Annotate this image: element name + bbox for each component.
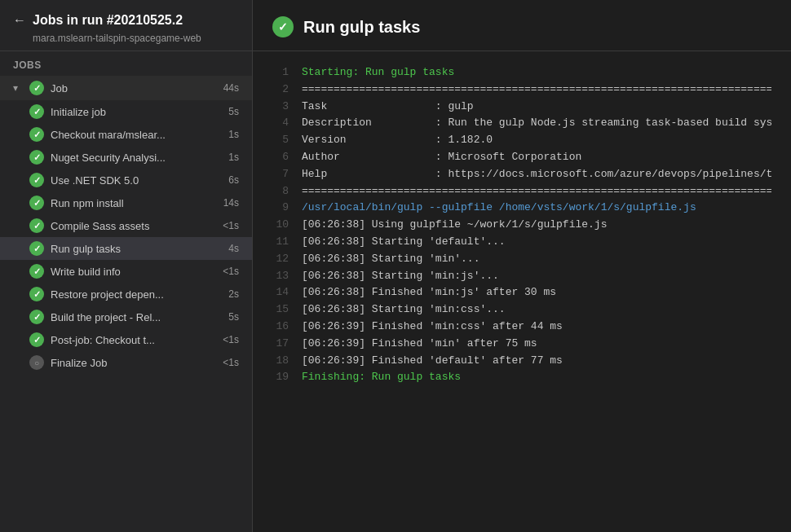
step-time: <1s [214,357,239,368]
log-line-number: 17 [272,336,289,353]
log-line-number: 2 [272,81,289,99]
back-button[interactable]: ← Jobs in run #20210525.2 [13,13,239,28]
log-line: 8=======================================… [272,183,771,200]
log-line: 17[06:26:39] Finished 'min' after 75 ms [272,336,771,353]
step-time: 1s [214,152,239,163]
step-name: Initialize job [51,106,208,118]
log-line-text: Author : Microsoft Corporation [302,149,771,166]
job-status-icon [29,81,44,95]
log-line-number: 9 [272,200,289,217]
log-line-number: 4 [272,115,289,132]
log-line-text: [06:26:38] Using gulpfile ~/work/1/s/gul… [302,217,771,234]
log-line: 19Finishing: Run gulp tasks [272,369,771,386]
log-line-text: [06:26:38] Starting 'default'... [302,234,771,251]
step-time: <1s [214,334,239,345]
step-row[interactable]: Compile Sass assets<1s [0,214,252,237]
log-line: 10[06:26:38] Using gulpfile ~/work/1/s/g… [272,217,771,234]
panel-title: Run gulp tasks [303,18,420,37]
step-name: Finalize Job [51,357,208,369]
log-line-number: 1 [272,64,289,81]
log-line: 4Description : Run the gulp Node.js stre… [272,115,771,132]
log-line: 18[06:26:39] Finished 'default' after 77… [272,353,771,370]
step-row[interactable]: Write build info<1s [0,260,252,283]
step-row[interactable]: Use .NET SDK 5.06s [0,169,252,191]
step-check-icon [29,241,44,256]
step-check-icon [29,173,44,187]
log-line-text: Starting: Run gulp tasks [302,64,771,81]
step-name: Restore project depen... [51,288,208,301]
log-line-number: 5 [272,132,289,149]
main-panel: Run gulp tasks 1Starting: Run gulp tasks… [253,0,791,532]
step-row[interactable]: Build the project - Rel...5s [0,306,252,328]
step-row[interactable]: Run npm install14s [0,191,252,214]
jobs-section-label: Jobs [0,51,252,76]
sidebar-subtitle: mara.mslearn-tailspin-spacegame-web [13,33,239,44]
step-row[interactable]: Nuget Security Analysi...1s [0,146,252,169]
step-time: 5s [214,311,239,323]
log-line: 15[06:26:38] Starting 'min:css'... [272,301,771,319]
log-line: 16[06:26:39] Finished 'min:css' after 44… [272,319,771,336]
log-line-number: 3 [272,99,289,116]
step-row[interactable]: Initialize job5s [0,100,252,123]
log-line-number: 19 [272,369,289,386]
log-line-text: Finishing: Run gulp tasks [302,369,771,386]
step-check-icon [29,310,44,324]
log-line: 13[06:26:38] Starting 'min:js'... [272,268,771,285]
step-name: Run npm install [51,197,208,209]
log-line-number: 7 [272,166,289,183]
log-line-text: [06:26:38] Starting 'min:css'... [302,301,771,319]
step-check-icon [29,264,44,279]
log-line-number: 15 [272,301,289,319]
log-line-number: 14 [272,284,289,301]
step-check-icon [29,150,44,165]
step-name: Post-job: Checkout t... [51,334,208,346]
log-line-text: [06:26:38] Finished 'min:js' after 30 ms [302,284,771,301]
log-line-number: 12 [272,251,289,268]
log-line: 14[06:26:38] Finished 'min:js' after 30 … [272,284,771,301]
log-container[interactable]: 1Starting: Run gulp tasks2==============… [253,51,791,532]
steps-list: Initialize job5sCheckout mara/mslear...1… [0,100,252,374]
back-arrow-icon: ← [13,13,26,28]
step-row[interactable]: Finalize Job<1s [0,351,252,374]
step-name: Write build info [51,266,208,278]
log-line-text: [06:26:38] Starting 'min'... [302,251,771,268]
step-time: 5s [214,106,239,117]
step-row[interactable]: Restore project depen...2s [0,283,252,306]
step-check-icon [29,287,44,301]
log-line: 9/usr/local/bin/gulp --gulpfile /home/vs… [272,200,771,217]
expand-icon: ▾ [13,82,23,94]
step-check-icon [29,196,44,210]
step-name: Compile Sass assets [51,220,208,232]
step-time: 1s [214,129,239,140]
step-row[interactable]: Post-job: Checkout t...<1s [0,328,252,351]
step-check-icon [29,104,44,119]
step-row[interactable]: Run gulp tasks4s [0,237,252,260]
panel-header: Run gulp tasks [253,0,791,51]
step-time: <1s [214,266,239,277]
job-row[interactable]: ▾ Job 44s [0,76,252,100]
log-line: 6Author : Microsoft Corporation [272,149,771,166]
log-line-number: 8 [272,183,289,200]
log-line: 5Version : 1.182.0 [272,132,771,149]
log-line-number: 18 [272,353,289,370]
log-line-number: 6 [272,149,289,166]
step-name: Checkout mara/mslear... [51,129,208,141]
sidebar: ← Jobs in run #20210525.2 mara.mslearn-t… [0,0,253,532]
step-check-icon [29,218,44,233]
job-time: 44s [223,82,239,94]
log-line: 11[06:26:38] Starting 'default'... [272,234,771,251]
log-line-text: Version : 1.182.0 [302,132,771,149]
step-time: 14s [214,197,239,209]
log-line: 12[06:26:38] Starting 'min'... [272,251,771,268]
log-line-text: Help : https://docs.microsoft.com/azure/… [302,166,771,183]
log-line-text: ========================================… [302,183,771,200]
sidebar-header: ← Jobs in run #20210525.2 mara.mslearn-t… [0,0,252,51]
step-pending-icon [29,355,44,370]
step-row[interactable]: Checkout mara/mslear...1s [0,123,252,146]
log-line-text: /usr/local/bin/gulp --gulpfile /home/vst… [302,200,771,217]
log-line-number: 10 [272,217,289,234]
log-line-text: Task : gulp [302,99,771,116]
step-check-icon [29,332,44,347]
step-check-icon [29,127,44,142]
log-line: 7Help : https://docs.microsoft.com/azure… [272,166,771,183]
